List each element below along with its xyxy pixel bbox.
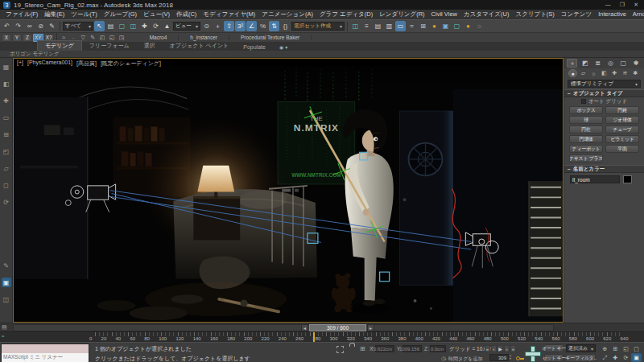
motion-tab-icon[interactable]: ◎ xyxy=(605,59,616,68)
utilities-tab-icon[interactable]: ✱ xyxy=(631,59,642,68)
mini-curve-editor-icon[interactable]: ≈ xyxy=(2,334,4,339)
menu-item[interactable]: ビュー(V) xyxy=(140,10,173,19)
minimize-button[interactable]: — xyxy=(605,2,611,8)
primitive-button[interactable]: 球 xyxy=(569,116,603,124)
close-button[interactable]: ✕ xyxy=(634,2,638,8)
spinner-snap-icon[interactable]: ⇅ xyxy=(269,21,279,31)
edit-named-selections-icon[interactable]: {} xyxy=(280,21,291,31)
object-name-field[interactable]: it_room xyxy=(570,175,620,183)
constrain-y-button[interactable]: Y xyxy=(12,34,22,42)
xyz-display-icon[interactable]: ⊞ xyxy=(360,345,365,352)
rotate-tool-icon[interactable]: ⟳ xyxy=(2,197,11,207)
lights-category-icon[interactable]: ☼ xyxy=(589,69,598,77)
select-manipulate-icon[interactable]: ＋ xyxy=(213,21,223,31)
rendered-frame-icon[interactable]: ▢ xyxy=(452,21,462,31)
maximize-viewport-icon[interactable]: ▣ xyxy=(631,353,642,362)
primitive-button[interactable]: 円柱 xyxy=(569,125,603,134)
material-editor-icon[interactable]: ● xyxy=(429,21,440,31)
rect-selection-region-icon[interactable]: ▢ xyxy=(117,21,127,31)
ribbon-config-icon[interactable]: ◉ xyxy=(279,44,283,50)
undo-icon[interactable]: ↶ xyxy=(2,21,12,31)
pan-icon[interactable]: ✚ xyxy=(610,353,621,362)
menu-item[interactable]: グループ(G) xyxy=(101,10,140,19)
primitive-button[interactable]: テキスト プラス xyxy=(569,154,603,162)
polygon-modeling-panel[interactable]: ポリゴン モデリング xyxy=(0,51,644,58)
autogrid-checkbox[interactable] xyxy=(581,99,586,104)
shapes-category-icon[interactable]: ▱ xyxy=(579,69,588,77)
primitive-button[interactable]: ティーポット xyxy=(569,145,603,153)
viewport-camera-menu[interactable]: [PhysCamera001] xyxy=(27,60,72,68)
menu-item[interactable]: 編集(E) xyxy=(41,10,68,19)
pan-navigation-icon[interactable] xyxy=(525,346,539,360)
select-link-icon[interactable]: ∞ xyxy=(24,21,35,31)
primitive-button[interactable]: チューブ xyxy=(605,125,639,134)
name-color-rollout[interactable]: − 名前とカラー xyxy=(564,165,644,173)
coord-x-field[interactable]: 73.622cm xyxy=(375,345,394,352)
menu-item[interactable]: モディファイヤ(M) xyxy=(200,10,258,19)
ribbon-tab[interactable]: 選択 xyxy=(137,41,163,51)
menu-item[interactable]: ファイル(F) xyxy=(2,10,41,19)
select-object-icon[interactable]: ↖ xyxy=(94,21,105,31)
prev-frame-button[interactable]: ‹ xyxy=(491,345,497,352)
panel-tool-icon[interactable]: ◫ xyxy=(2,294,11,304)
ribbon-minimize-arrow-icon[interactable]: ▾ xyxy=(285,44,287,50)
named-selection-set-field[interactable]: 選択セット作成▾ xyxy=(291,22,345,31)
window-crossing-icon[interactable]: ◫ xyxy=(128,21,138,31)
primitive-category-dropdown[interactable]: 標準プリミティブ ▾ xyxy=(568,80,641,88)
current-frame-marker[interactable] xyxy=(313,332,315,342)
time-slider[interactable]: ▤ ◂ 309 / 600 ▸ xyxy=(0,323,644,331)
time-slider-prev-key[interactable]: ◂ xyxy=(301,324,308,331)
geometry-category-icon[interactable]: ● xyxy=(568,69,577,77)
key-selection-dropdown[interactable]: 選択済み▾ xyxy=(566,344,596,352)
create-tab-icon[interactable]: ＋ xyxy=(567,59,577,68)
percent-snap-icon[interactable]: % xyxy=(258,21,268,31)
menu-item[interactable]: カスタマイズ(U) xyxy=(460,10,512,19)
auto-key-button[interactable]: オート キー xyxy=(544,344,564,352)
scene-explorer-toggle-icon[interactable]: ◧ xyxy=(2,79,11,88)
go-to-end-button[interactable]: » xyxy=(510,345,516,352)
select-move-icon[interactable]: ✚ xyxy=(139,21,150,31)
keyboard-override-icon[interactable]: ⇧ xyxy=(224,21,234,31)
current-frame-field[interactable]: 309 xyxy=(489,354,509,361)
zoom-extents-all-icon[interactable]: ▢ xyxy=(631,344,642,353)
primitive-button[interactable]: ジオ球体 xyxy=(605,116,639,124)
render-setup-icon[interactable]: ▣ xyxy=(440,21,451,31)
custom-toolbar-tab[interactable]: Procedural Texture Baker xyxy=(229,35,312,40)
menu-item[interactable]: ツール(T) xyxy=(68,10,100,19)
maxscript-mini-listener[interactable]: MAXScript ミニ リスナー xyxy=(1,343,89,362)
fov-icon[interactable]: ⤢ xyxy=(600,353,610,362)
set-key-icon[interactable] xyxy=(516,356,520,360)
cameras-category-icon[interactable]: ◧ xyxy=(600,69,609,77)
select-scale-icon[interactable]: ▲ xyxy=(162,21,172,31)
spacewarps-category-icon[interactable]: ≋ xyxy=(621,69,630,77)
object-type-rollout[interactable]: − オブジェクト タイプ xyxy=(564,89,644,97)
systems-category-icon[interactable]: ✱ xyxy=(631,69,640,77)
viewport-quality-menu[interactable]: [高品質] xyxy=(76,60,97,68)
play-button[interactable]: ▶ xyxy=(497,345,503,352)
menu-item[interactable]: Civil View xyxy=(428,10,460,19)
shape-tool-icon[interactable]: ▱ xyxy=(2,163,11,173)
ribbon-tab[interactable]: フリーフォーム xyxy=(82,41,137,51)
viewport-layout-tab-icon[interactable]: ▦ xyxy=(2,62,11,72)
layout-tool-icon[interactable]: ◰ xyxy=(2,146,11,156)
menu-item[interactable]: スクリプト(S) xyxy=(512,10,557,19)
orbit-icon[interactable]: ⟳ xyxy=(621,353,631,362)
display-tab-icon[interactable]: ▢ xyxy=(618,59,629,68)
mirror-icon[interactable]: ◫ xyxy=(350,21,361,31)
ribbon-toggle-icon[interactable]: ▭ xyxy=(395,21,406,31)
maximize-button[interactable]: ❐ xyxy=(620,2,625,8)
viewport-pov-menu[interactable]: [+] xyxy=(17,60,23,68)
object-color-swatch[interactable] xyxy=(623,175,632,183)
menu-item[interactable]: コンテンツ xyxy=(558,10,595,19)
menu-item[interactable]: アニメーション(A) xyxy=(258,10,316,19)
bind-spacewarp-icon[interactable]: ✎ xyxy=(47,21,57,31)
unlink-icon[interactable]: ⊘ xyxy=(35,21,46,31)
annotate-tool-icon[interactable]: ✎ xyxy=(2,261,11,270)
menu-item[interactable]: Arnold xyxy=(630,10,644,19)
macro-recorder-row[interactable] xyxy=(2,344,89,353)
time-slider-next-key[interactable]: ▸ xyxy=(367,324,374,331)
render-production-icon[interactable]: ● xyxy=(463,21,473,31)
ribbon-tab[interactable]: オブジェクト ペイント xyxy=(163,41,237,51)
redo-icon[interactable]: ↷ xyxy=(13,21,23,31)
use-pivot-center-icon[interactable]: ⊙ xyxy=(201,21,212,31)
